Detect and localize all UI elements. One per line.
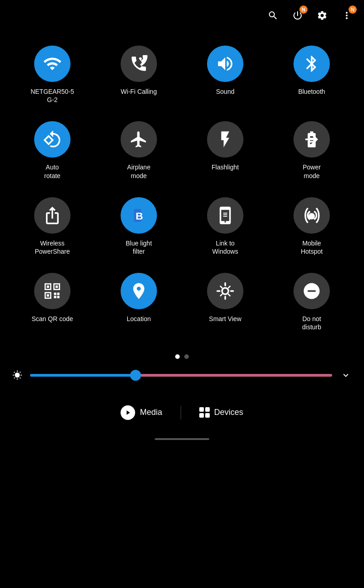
media-label: Media: [140, 408, 162, 417]
devices-label: Devices: [214, 408, 243, 417]
smart-view-label: Smart View: [209, 315, 241, 323]
tile-hotspot[interactable]: MobileHotspot: [268, 189, 355, 265]
blue-light-label: Blue lightfilter: [126, 239, 152, 256]
slider-fill-blue: [30, 374, 136, 377]
tile-bluetooth[interactable]: Bluetooth: [268, 37, 355, 113]
airplane-label: Airplanemode: [127, 163, 150, 179]
wireless-share-label: WirelessPowerShare: [35, 239, 70, 256]
page-indicators: [0, 345, 364, 363]
bottom-bar: Media Devices: [0, 392, 364, 434]
brightness-row: [0, 363, 364, 387]
hotspot-icon-bg: [293, 197, 330, 234]
slider-fill-pink: [136, 374, 332, 377]
tile-scan-qr[interactable]: Scan QR code: [9, 265, 96, 340]
tile-airplane[interactable]: Airplanemode: [96, 113, 182, 189]
svg-rect-7: [47, 294, 49, 297]
more-badge: N: [349, 5, 357, 14]
more-button[interactable]: N: [339, 7, 355, 24]
tile-wireless-share[interactable]: WirelessPowerShare: [9, 189, 96, 265]
tile-dnd[interactable]: Do notdisturb: [268, 265, 355, 340]
dnd-label: Do notdisturb: [302, 315, 321, 331]
svg-rect-10: [54, 296, 56, 298]
tile-smart-view[interactable]: Smart View: [182, 265, 268, 340]
flashlight-label: Flashlight: [212, 163, 239, 171]
devices-button[interactable]: Devices: [186, 403, 257, 422]
scan-qr-label: Scan QR code: [31, 315, 73, 323]
airplane-icon-bg: [121, 121, 157, 158]
quick-settings-grid: NETGEAR50-5G-2 Wi-Fi Calling Sound Bluet…: [0, 28, 364, 345]
media-button[interactable]: Media: [107, 401, 176, 424]
sound-label: Sound: [216, 87, 234, 96]
wireless-share-icon-bg: [34, 197, 71, 234]
svg-rect-9: [57, 293, 60, 295]
scan-qr-icon-bg: [34, 273, 71, 309]
tile-sound[interactable]: Sound: [182, 37, 268, 113]
wifi-label: NETGEAR50-5G-2: [30, 87, 74, 104]
auto-rotate-icon-bg: [34, 121, 71, 158]
hotspot-label: MobileHotspot: [301, 239, 323, 256]
slider-thumb[interactable]: [130, 370, 141, 381]
power-badge: N: [299, 5, 308, 14]
brightness-slider[interactable]: [30, 371, 332, 380]
svg-rect-5: [56, 286, 58, 288]
tile-flashlight[interactable]: Flashlight: [182, 113, 268, 189]
dnd-icon-bg: [293, 273, 330, 309]
wifi-calling-label: Wi-Fi Calling: [121, 87, 157, 96]
svg-point-12: [222, 288, 228, 294]
power-button[interactable]: N: [289, 7, 306, 24]
settings-button[interactable]: [314, 7, 330, 24]
search-button[interactable]: [265, 7, 281, 24]
power-mode-icon-bg: [293, 121, 330, 158]
svg-rect-8: [54, 293, 56, 295]
bottom-divider: [181, 406, 181, 419]
svg-text:B: B: [136, 210, 143, 222]
tile-location[interactable]: Location: [96, 265, 182, 340]
blue-light-icon-bg: B: [121, 197, 157, 234]
home-indicator[interactable]: [155, 438, 209, 440]
devices-icon: [199, 407, 210, 418]
tile-power-mode[interactable]: Powermode: [268, 113, 355, 189]
tile-blue-light[interactable]: B Blue lightfilter: [96, 189, 182, 265]
slider-track: [30, 374, 332, 377]
bluetooth-icon-bg: [293, 46, 330, 82]
flashlight-icon-bg: [207, 121, 243, 158]
top-bar: N N: [0, 0, 364, 28]
page-dot-1[interactable]: [175, 354, 180, 359]
media-play-icon: [121, 405, 135, 420]
tile-wifi[interactable]: NETGEAR50-5G-2: [9, 37, 96, 113]
tile-wifi-calling[interactable]: Wi-Fi Calling: [96, 37, 182, 113]
bluetooth-label: Bluetooth: [298, 87, 325, 96]
tile-link-windows[interactable]: Link toWindows: [182, 189, 268, 265]
brightness-icon: [11, 369, 24, 382]
page-dot-2[interactable]: [184, 354, 189, 359]
auto-rotate-label: Autorotate: [44, 163, 61, 179]
svg-rect-11: [57, 296, 60, 298]
location-label: Location: [127, 315, 151, 323]
wifi-icon-bg: [34, 46, 71, 82]
tile-auto-rotate[interactable]: Autorotate: [9, 113, 96, 189]
sound-icon-bg: [207, 46, 243, 82]
link-windows-icon-bg: [207, 197, 243, 234]
power-mode-label: Powermode: [303, 163, 321, 179]
location-icon-bg: [121, 273, 157, 309]
link-windows-label: Link toWindows: [212, 239, 238, 256]
svg-rect-3: [47, 286, 49, 288]
wifi-calling-icon-bg: [121, 46, 157, 82]
brightness-chevron[interactable]: [339, 368, 353, 383]
smart-view-icon-bg: [207, 273, 243, 309]
